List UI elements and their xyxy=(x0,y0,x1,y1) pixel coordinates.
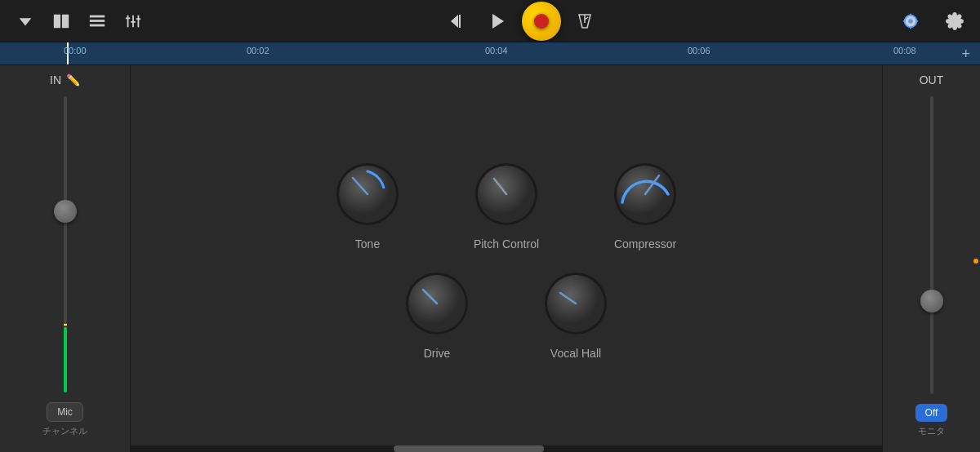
tone-label: Tone xyxy=(355,237,380,250)
in-channel-bottom: Mic チャンネル xyxy=(0,396,130,444)
timeline-marker-1: 00:02 xyxy=(245,42,271,59)
compressor-knob-group: Compressor xyxy=(608,157,682,250)
main-area: IN ✏️ Mic チャンネル xyxy=(0,65,980,452)
rewind-button[interactable] xyxy=(443,6,474,37)
drive-knob[interactable] xyxy=(400,267,474,340)
monitor-label: モニタ xyxy=(918,425,945,437)
timeline-add-button[interactable]: + xyxy=(961,45,970,62)
timeline[interactable]: 00:00 00:02 00:04 00:06 00:08 + xyxy=(0,42,980,65)
pitch-knob[interactable] xyxy=(470,157,543,231)
metronome-button[interactable] xyxy=(569,6,600,37)
svg-marker-16 xyxy=(492,14,504,29)
monitor-button[interactable]: Off xyxy=(915,404,948,422)
svg-rect-1 xyxy=(55,15,60,20)
compressor-knob[interactable] xyxy=(608,157,682,231)
orange-indicator xyxy=(973,259,978,264)
stack-view-button[interactable] xyxy=(46,6,77,37)
toolbar xyxy=(0,0,980,42)
vocal-hall-knob[interactable] xyxy=(539,267,612,340)
bottom-knobs-row: Drive Vocal Hall xyxy=(400,267,612,360)
effects-area: Tone Pitch Control xyxy=(131,65,882,452)
vocal-hall-label: Vocal Hall xyxy=(550,347,601,360)
out-label: OUT xyxy=(920,73,944,86)
horizontal-scrollbar[interactable] xyxy=(131,445,882,452)
svg-rect-15 xyxy=(459,15,461,28)
tone-knob-group: Tone xyxy=(331,157,404,250)
theme-button[interactable] xyxy=(895,6,926,37)
channel-strip-out: OUT Off モニタ xyxy=(882,65,980,452)
svg-rect-5 xyxy=(90,15,105,17)
drive-knob-group: Drive xyxy=(400,267,474,360)
svg-rect-7 xyxy=(90,24,105,26)
channel-label: チャンネル xyxy=(42,425,87,437)
timeline-marker-0: 00:00 xyxy=(62,42,88,59)
svg-marker-0 xyxy=(20,18,32,25)
svg-point-21 xyxy=(908,19,913,24)
in-fader-track[interactable] xyxy=(64,96,67,392)
channel-strip-in: IN ✏️ Mic チャンネル xyxy=(0,65,131,452)
drive-label: Drive xyxy=(424,347,451,360)
dropdown-button[interactable] xyxy=(10,6,41,37)
mic-icon: ✏️ xyxy=(66,73,80,86)
play-button[interactable] xyxy=(483,6,514,37)
toolbar-right xyxy=(895,6,970,37)
mic-button[interactable]: Mic xyxy=(47,402,83,422)
svg-rect-4 xyxy=(63,21,68,26)
toolbar-left xyxy=(10,6,149,37)
out-channel-bottom: Off モニタ xyxy=(883,397,980,444)
svg-rect-6 xyxy=(90,20,105,22)
vocal-hall-knob-group: Vocal Hall xyxy=(539,267,612,360)
in-label: IN xyxy=(50,73,61,86)
list-view-button[interactable] xyxy=(82,6,113,37)
pitch-knob-group: Pitch Control xyxy=(470,157,543,250)
out-fader-knob[interactable] xyxy=(920,290,943,312)
in-fader-knob[interactable] xyxy=(54,200,77,223)
svg-marker-14 xyxy=(451,15,458,28)
toolbar-center xyxy=(443,2,600,41)
mixer-button[interactable] xyxy=(118,6,149,37)
record-button[interactable] xyxy=(522,2,561,41)
svg-rect-2 xyxy=(63,15,68,20)
compressor-label: Compressor xyxy=(614,237,676,250)
out-fader-track[interactable] xyxy=(930,96,933,394)
in-fader-tick xyxy=(64,324,67,326)
tone-knob[interactable] xyxy=(331,157,404,231)
timeline-marker-2: 00:04 xyxy=(483,42,510,59)
timeline-marker-4: 00:08 xyxy=(892,42,918,59)
scrollbar-thumb[interactable] xyxy=(394,445,544,452)
top-knobs-row: Tone Pitch Control xyxy=(331,157,682,250)
in-fader-fill xyxy=(64,327,67,392)
pitch-label: Pitch Control xyxy=(474,237,539,250)
timeline-marker-3: 00:06 xyxy=(686,42,712,59)
in-label-row: IN ✏️ xyxy=(50,73,80,86)
timeline-bar[interactable]: 00:00 00:02 00:04 00:06 00:08 + xyxy=(3,42,977,64)
svg-rect-3 xyxy=(55,21,60,26)
settings-button[interactable] xyxy=(939,6,970,37)
